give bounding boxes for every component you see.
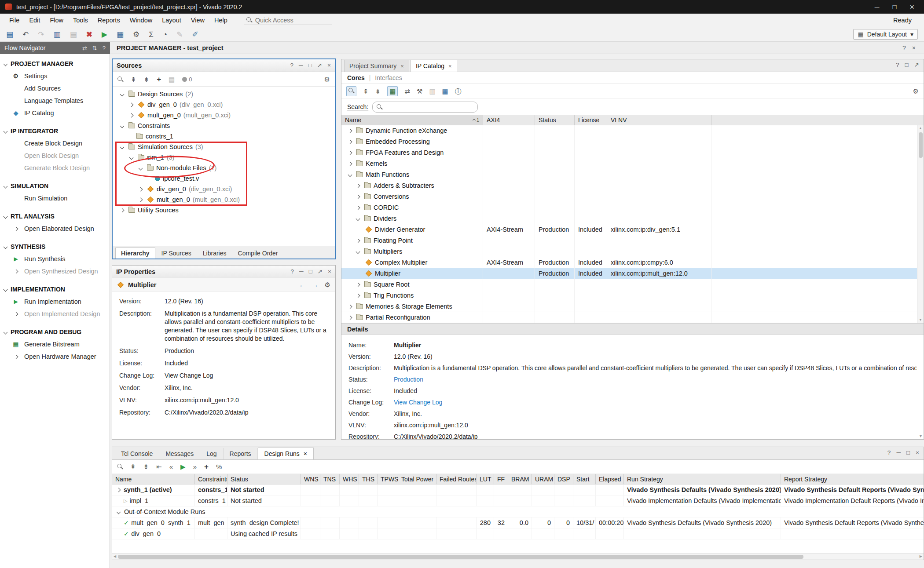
- help-icon[interactable]: [290, 62, 294, 69]
- section-simulation[interactable]: SIMULATION: [0, 180, 110, 192]
- tree-row-constraints[interactable]: Constraints: [113, 120, 335, 131]
- catalog-row[interactable]: Dynamic Function eXchange: [341, 125, 924, 136]
- help-icon[interactable]: [291, 269, 294, 275]
- wand-icon[interactable]: [192, 31, 198, 38]
- expand-chevron-icon[interactable]: [354, 283, 362, 286]
- close-view-icon[interactable]: [912, 45, 916, 51]
- paste-icon[interactable]: [70, 31, 77, 38]
- tab-hierarchy[interactable]: Hierarchy: [115, 248, 155, 259]
- catalog-row[interactable]: Kernels: [341, 158, 924, 169]
- changelog-link[interactable]: View Change Log: [394, 397, 917, 408]
- status-value[interactable]: Production: [165, 347, 328, 355]
- tab-ip-sources[interactable]: IP Sources: [156, 248, 197, 259]
- status-value[interactable]: Production: [394, 374, 917, 385]
- relative-units-icon[interactable]: [216, 463, 222, 470]
- expand-chevron-icon[interactable]: [127, 103, 135, 106]
- close-tab-icon[interactable]: [400, 63, 404, 69]
- close-panel-icon[interactable]: [916, 450, 919, 456]
- help-icon[interactable]: [902, 45, 906, 51]
- menu-window[interactable]: Window: [125, 15, 158, 25]
- tree-row-mult-gen[interactable]: mult_gen_0(mult_gen_0.xci): [113, 110, 335, 120]
- catalog-row[interactable]: Embedded Processing: [341, 136, 924, 147]
- run-icon[interactable]: [102, 31, 107, 38]
- report-icon[interactable]: [117, 31, 124, 38]
- minimize-window-icon[interactable]: [875, 4, 880, 10]
- column-total-power[interactable]: Total Power: [398, 474, 436, 484]
- maximize-panel-icon[interactable]: [309, 269, 312, 275]
- column-constraints[interactable]: Constraints: [195, 474, 227, 484]
- expand-chevron-icon[interactable]: [354, 239, 362, 242]
- expand-chevron-icon[interactable]: [354, 206, 362, 209]
- collapse-chevron-icon[interactable]: [354, 217, 362, 220]
- subtab-interfaces[interactable]: Interfaces: [375, 74, 402, 81]
- nav-open-implemented-design[interactable]: Open Implemented Design: [0, 308, 110, 320]
- layout-selector[interactable]: Default Layout: [853, 29, 918, 40]
- catalog-row-multipliers[interactable]: Multipliers: [341, 246, 924, 257]
- save-icon[interactable]: [6, 31, 13, 38]
- catalog-row-multiplier-selected[interactable]: MultiplierProductionIncludedxilinx.com:i…: [341, 268, 924, 279]
- search-icon[interactable]: [117, 464, 123, 470]
- collapse-chevron-icon[interactable]: [118, 146, 126, 149]
- changelog-link[interactable]: View Change Log: [165, 371, 328, 380]
- expand-chevron-icon[interactable]: [136, 188, 144, 191]
- expand-all-icon[interactable]: [143, 463, 149, 470]
- expand-chevron-icon[interactable]: [346, 129, 354, 132]
- maximize-panel-icon[interactable]: [308, 62, 312, 69]
- menu-reports[interactable]: Reports: [93, 15, 125, 25]
- expand-all-icon[interactable]: [144, 76, 150, 83]
- expand-chevron-icon[interactable]: [354, 195, 362, 198]
- close-window-icon[interactable]: [909, 3, 914, 11]
- column-status[interactable]: Status: [535, 115, 575, 125]
- step-back-icon[interactable]: [169, 463, 173, 470]
- column-license[interactable]: License: [575, 115, 607, 125]
- maximize-window-icon[interactable]: [892, 4, 896, 10]
- scrollbar-thumb[interactable]: [919, 132, 923, 158]
- section-rtl-analysis[interactable]: RTL ANALYSIS: [0, 210, 110, 222]
- catalog-row[interactable]: Memories & Storage Elements: [341, 301, 924, 312]
- nav-ip-catalog[interactable]: IP Catalog: [0, 107, 110, 119]
- expand-chevron-icon[interactable]: [346, 140, 354, 143]
- vertical-scrollbar[interactable]: [917, 125, 924, 323]
- add-sources-icon[interactable]: [157, 76, 161, 83]
- tree-row-ipcore-test-v[interactable]: ipcore_test.v: [113, 173, 335, 184]
- expand-chevron-icon[interactable]: [354, 294, 362, 297]
- section-program-and-debug[interactable]: PROGRAM AND DEBUG: [0, 326, 110, 338]
- filter-badge[interactable]: 0: [182, 76, 192, 83]
- tree-row-sim-mult-gen[interactable]: mult_gen_0(mult_gen_0.xci): [113, 194, 335, 205]
- catalog-search-box[interactable]: [372, 102, 478, 113]
- column-status[interactable]: Status: [227, 474, 301, 484]
- close-panel-icon[interactable]: [328, 269, 331, 275]
- collapse-chevron-icon[interactable]: [118, 124, 126, 127]
- delete-icon[interactable]: [86, 31, 92, 38]
- minimize-panel-icon[interactable]: [896, 450, 901, 456]
- tree-row-sim-div-gen[interactable]: div_gen_0(div_gen_0.xci): [113, 184, 335, 194]
- column-elapsed[interactable]: Elapsed: [596, 474, 624, 484]
- section-implementation[interactable]: IMPLEMENTATION: [0, 283, 110, 295]
- tab-messages[interactable]: Messages: [159, 448, 200, 459]
- nav-open-hardware-manager[interactable]: Open Hardware Manager: [0, 350, 110, 363]
- generate-icon[interactable]: [429, 88, 435, 95]
- catalog-row[interactable]: Partial Reconfiguration: [341, 312, 924, 323]
- nav-add-sources[interactable]: Add Sources: [0, 82, 110, 95]
- nav-run-simulation[interactable]: Run Simulation: [0, 192, 110, 204]
- undo-icon[interactable]: [22, 31, 29, 38]
- float-panel-icon[interactable]: [317, 62, 322, 69]
- expand-chevron-icon[interactable]: [346, 151, 354, 154]
- quick-access-input[interactable]: [255, 17, 321, 24]
- help-icon[interactable]: [103, 45, 106, 51]
- help-icon[interactable]: [896, 62, 899, 68]
- edit-icon[interactable]: [176, 31, 183, 38]
- tab-tcl-console[interactable]: Tcl Console: [115, 448, 159, 459]
- expand-chevron-icon[interactable]: [115, 488, 121, 492]
- catalog-row[interactable]: Adders & Subtracters: [341, 180, 924, 191]
- tree-row-design-sources[interactable]: Design Sources(2): [113, 89, 335, 99]
- collapse-chevron-icon[interactable]: [354, 250, 362, 253]
- search-toggle[interactable]: [346, 86, 356, 96]
- catalog-row-dividers[interactable]: Dividers: [341, 213, 924, 224]
- settings-gear-icon[interactable]: [913, 88, 919, 95]
- section-ip-integrator[interactable]: IP INTEGRATOR: [0, 125, 110, 137]
- expand-chevron-icon[interactable]: [346, 162, 354, 165]
- column-uram[interactable]: URAM: [532, 474, 554, 484]
- section-project-manager[interactable]: PROJECT MANAGER: [0, 58, 110, 70]
- column-start[interactable]: Start: [573, 474, 596, 484]
